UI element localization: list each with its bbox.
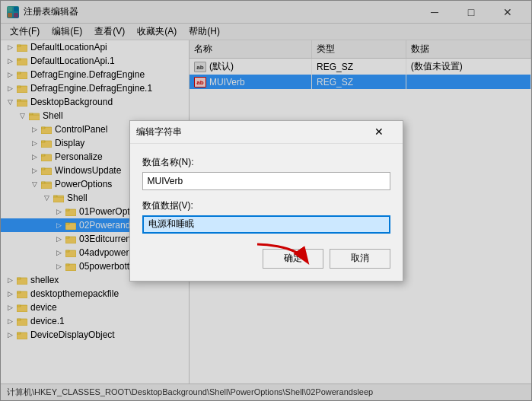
field-data-input[interactable] xyxy=(142,215,390,234)
cancel-button[interactable]: 取消 xyxy=(330,249,390,269)
field-name-input[interactable] xyxy=(142,172,390,190)
dialog-close-button[interactable]: ✕ xyxy=(362,123,397,141)
arrow-indicator xyxy=(250,237,318,270)
dialog-body: 数值名称(N): 数值数据(V): 确定 取消 xyxy=(130,144,403,281)
dialog-title-bar: 编辑字符串 ✕ xyxy=(130,121,403,144)
edit-string-dialog: 编辑字符串 ✕ 数值名称(N): 数值数据(V): xyxy=(129,120,403,282)
field-name-label: 数值名称(N): xyxy=(142,156,390,169)
dialog-overlay: 编辑字符串 ✕ 数值名称(N): 数值数据(V): xyxy=(0,0,532,401)
dialog-title: 编辑字符串 xyxy=(136,126,362,138)
field-data-label: 数值数据(V): xyxy=(142,199,390,212)
